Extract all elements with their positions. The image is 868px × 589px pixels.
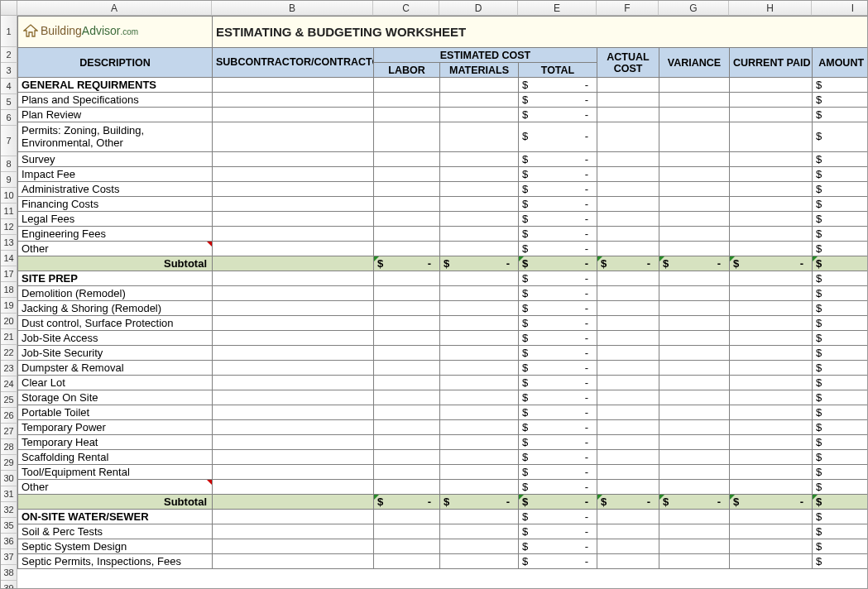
cell[interactable] (730, 539, 813, 554)
cell[interactable] (659, 420, 730, 435)
row-header[interactable]: 28 (1, 439, 17, 455)
cell[interactable] (374, 346, 440, 361)
row-header[interactable]: 19 (1, 298, 17, 314)
cell[interactable] (659, 271, 730, 286)
cell[interactable] (597, 465, 659, 480)
cell[interactable] (659, 361, 730, 376)
cell[interactable] (659, 539, 730, 554)
cell[interactable] (659, 376, 730, 390)
cell[interactable] (213, 390, 374, 405)
cell[interactable] (374, 524, 440, 539)
cell[interactable] (440, 316, 519, 331)
cell[interactable] (659, 122, 730, 152)
cell[interactable] (213, 122, 374, 152)
cell[interactable] (213, 331, 374, 346)
cell[interactable] (597, 227, 659, 242)
cell[interactable] (374, 212, 440, 227)
cell[interactable] (730, 108, 813, 122)
cell[interactable]: $- (519, 227, 597, 242)
cell[interactable] (659, 242, 730, 256)
item-description[interactable]: Tool/Equipment Rental (18, 465, 213, 480)
cell[interactable]: $- (519, 122, 597, 152)
row-header[interactable]: 25 (1, 392, 17, 408)
cell[interactable] (213, 256, 374, 271)
cell[interactable]: $- (519, 524, 597, 539)
cell[interactable] (659, 405, 730, 420)
cell[interactable] (440, 227, 519, 242)
cell[interactable] (659, 435, 730, 450)
item-description[interactable]: Temporary Heat (18, 435, 213, 450)
cell[interactable]: $- (813, 93, 869, 108)
cell[interactable]: $- (813, 376, 869, 390)
row-header[interactable]: 5 (1, 94, 17, 110)
cell[interactable] (597, 361, 659, 376)
cell[interactable]: $- (519, 510, 597, 524)
cell[interactable]: $- (813, 510, 869, 524)
cell[interactable] (597, 316, 659, 331)
cell[interactable] (659, 331, 730, 346)
col-header-e[interactable]: E (518, 1, 597, 16)
cell[interactable] (730, 78, 813, 93)
cell[interactable]: $- (659, 495, 730, 510)
cell[interactable] (597, 167, 659, 182)
cell[interactable] (374, 78, 440, 93)
cell[interactable] (374, 108, 440, 122)
item-description[interactable]: Impact Fee (18, 167, 213, 182)
cell[interactable] (374, 405, 440, 420)
cell[interactable] (730, 376, 813, 390)
cell[interactable] (213, 78, 374, 93)
cell[interactable] (440, 197, 519, 212)
cell[interactable]: $- (813, 152, 869, 167)
cell[interactable]: $- (519, 539, 597, 554)
cell[interactable]: $- (519, 331, 597, 346)
cell[interactable]: $- (374, 256, 440, 271)
item-description[interactable]: Permits: Zoning, Building, Environmental… (18, 122, 213, 152)
cell[interactable] (597, 450, 659, 465)
cell[interactable] (213, 242, 374, 256)
cell[interactable]: $- (813, 465, 869, 480)
item-description[interactable]: Plans and Specifications (18, 93, 213, 108)
row-header[interactable]: 4 (1, 79, 17, 94)
cell[interactable]: $- (597, 495, 659, 510)
row-header[interactable]: 23 (1, 361, 17, 376)
item-description[interactable]: Septic Permits, Inspections, Fees (18, 554, 213, 569)
cell[interactable] (440, 286, 519, 301)
cell[interactable] (213, 554, 374, 569)
cell[interactable] (597, 152, 659, 167)
section-heading[interactable]: ON-SITE WATER/SEWER (18, 510, 213, 524)
item-description[interactable]: Job-Site Access (18, 331, 213, 346)
cell[interactable]: $- (813, 301, 869, 316)
cell[interactable] (730, 182, 813, 197)
cell[interactable] (659, 286, 730, 301)
cell[interactable]: $- (813, 554, 869, 569)
cell[interactable]: $- (813, 331, 869, 346)
cell[interactable] (730, 197, 813, 212)
cell[interactable] (659, 301, 730, 316)
cell[interactable]: $- (730, 256, 813, 271)
cell[interactable] (730, 316, 813, 331)
row-header[interactable]: 17 (1, 266, 17, 282)
col-header-g[interactable]: G (659, 1, 729, 16)
cell[interactable]: $- (374, 495, 440, 510)
cell[interactable] (374, 227, 440, 242)
cell[interactable] (440, 539, 519, 554)
cell[interactable] (213, 465, 374, 480)
cell[interactable]: $- (519, 256, 597, 271)
cell[interactable] (374, 197, 440, 212)
cell[interactable] (730, 242, 813, 256)
row-header[interactable]: 35 (1, 518, 17, 534)
cell[interactable]: $- (519, 108, 597, 122)
cell[interactable] (659, 524, 730, 539)
row-header[interactable]: 37 (1, 549, 17, 565)
cell[interactable]: $- (519, 197, 597, 212)
cell[interactable] (597, 346, 659, 361)
row-header[interactable]: 39 (1, 581, 17, 589)
row-header[interactable]: 27 (1, 424, 17, 439)
cell[interactable] (597, 539, 659, 554)
cell[interactable] (440, 510, 519, 524)
col-header-b[interactable]: B (212, 1, 373, 16)
cell[interactable]: $- (519, 301, 597, 316)
row-header[interactable]: 32 (1, 502, 17, 518)
row-header[interactable]: 7 (1, 126, 17, 156)
cell[interactable]: $- (813, 524, 869, 539)
